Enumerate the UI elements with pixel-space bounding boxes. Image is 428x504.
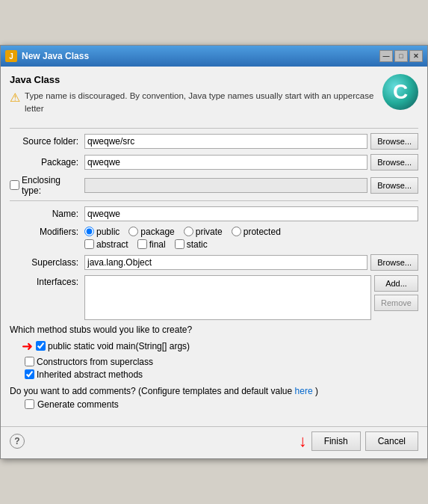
enclosing-type-label: Enclosing type: [22, 175, 78, 196]
top-left: Java Class ⚠ Type name is discouraged. B… [10, 74, 376, 121]
main-method-checkbox-label[interactable]: public static void main(String[] args) [36, 341, 190, 351]
help-button[interactable]: ? [10, 434, 25, 449]
interfaces-row: Interfaces: Add... Remove [10, 275, 418, 320]
comments-section: Do you want to add comments? (Configure … [10, 386, 418, 410]
method-stubs-question: Which method stubs would you like to cre… [10, 325, 418, 335]
source-folder-browse-button[interactable]: Browse... [370, 133, 418, 150]
private-label: private [196, 227, 223, 237]
separator-mid [10, 200, 418, 201]
finish-with-arrow: ↓ Finish Cancel [299, 431, 418, 451]
interfaces-label: Interfaces: [10, 275, 84, 287]
superclass-browse-button[interactable]: Browse... [370, 254, 418, 271]
interfaces-buttons: Add... Remove [374, 275, 418, 311]
enclosing-type-browse-button[interactable]: Browse... [370, 177, 418, 194]
generate-comments-row: Generate comments [25, 399, 418, 410]
enclosing-type-input[interactable] [84, 178, 367, 193]
close-button[interactable]: ✕ [409, 50, 423, 62]
private-radio[interactable] [184, 227, 193, 236]
inherited-methods-checkbox-label[interactable]: Inherited abstract methods [25, 369, 143, 380]
constructors-row: Constructors from superclass [25, 357, 418, 367]
main-method-label: public static void main(String[] args) [48, 341, 190, 351]
constructors-label: Constructors from superclass [37, 357, 153, 367]
static-checkbox[interactable] [175, 239, 184, 249]
final-checkbox[interactable] [137, 239, 147, 249]
dialog-body: Java Class ⚠ Type name is discouraged. B… [1, 67, 427, 422]
other-modifiers-group: abstract final static [84, 239, 281, 250]
public-radio[interactable] [84, 227, 94, 236]
remove-interface-button[interactable]: Remove [374, 295, 418, 311]
modifiers-label: Modifiers: [10, 227, 84, 237]
package-radio-label[interactable]: package [128, 227, 174, 237]
comments-after-link: ) [315, 386, 318, 396]
source-folder-label: Source folder: [10, 136, 84, 147]
name-row: Name: [10, 206, 418, 222]
method-stubs-section: Which method stubs would you like to cre… [10, 325, 418, 380]
public-radio-label[interactable]: public [84, 227, 120, 237]
package-label: Package: [10, 157, 84, 168]
finish-arrow-icon: ↓ [299, 431, 307, 451]
superclass-label: Superclass: [10, 257, 84, 268]
footer-buttons: Finish Cancel [311, 431, 418, 451]
section-header: Java Class [10, 74, 376, 85]
comments-question: Do you want to add comments? (Configure … [10, 386, 418, 396]
package-row: Package: Browse... [10, 154, 418, 170]
separator-top [10, 128, 418, 129]
dialog-title: New Java Class [22, 51, 379, 61]
superclass-row: Superclass: Browse... [10, 254, 418, 271]
minimize-button[interactable]: — [379, 50, 393, 62]
generate-comments-label[interactable]: Generate comments [37, 399, 119, 410]
main-method-arrow-icon: ➜ [22, 338, 33, 354]
enclosing-type-checkbox[interactable] [10, 180, 19, 190]
dialog-icon: J [5, 50, 17, 62]
form-area: Source folder: Browse... Package: Browse… [10, 133, 418, 320]
superclass-input[interactable] [84, 255, 367, 270]
final-label: final [149, 239, 166, 250]
comments-here-link[interactable]: here [295, 386, 313, 396]
name-input[interactable] [84, 206, 418, 221]
new-java-class-dialog: J New Java Class — □ ✕ Java Class ⚠ Type… [0, 45, 428, 458]
modifiers-row: Modifiers: public package pr [10, 227, 418, 250]
top-section: Java Class ⚠ Type name is discouraged. B… [10, 74, 418, 121]
protected-radio-label[interactable]: protected [232, 227, 281, 237]
add-interface-button[interactable]: Add... [374, 275, 418, 292]
eclipse-logo: C [382, 74, 418, 110]
abstract-checkbox-label[interactable]: abstract [84, 239, 128, 250]
constructors-checkbox[interactable] [25, 357, 34, 366]
static-checkbox-label[interactable]: static [175, 239, 208, 250]
titlebar-buttons: — □ ✕ [379, 50, 423, 62]
titlebar: J New Java Class — □ ✕ [1, 46, 427, 67]
finish-button[interactable]: Finish [311, 431, 361, 451]
inherited-methods-row: Inherited abstract methods [25, 369, 418, 380]
package-label: package [140, 227, 174, 237]
abstract-label: abstract [96, 239, 128, 250]
name-label: Name: [10, 209, 84, 219]
warning-box: ⚠ Type name is discouraged. By conventio… [10, 90, 376, 114]
dialog-footer: ? ↓ Finish Cancel [1, 426, 427, 458]
warning-icon: ⚠ [10, 90, 20, 105]
inherited-methods-label: Inherited abstract methods [37, 369, 143, 380]
package-radio[interactable] [128, 227, 138, 236]
main-method-checkbox[interactable] [36, 341, 46, 351]
enclosing-type-checkbox-label[interactable]: Enclosing type: [10, 175, 78, 196]
modifiers-content: public package private protected [84, 227, 281, 250]
static-label: static [187, 239, 208, 250]
interfaces-textarea[interactable] [84, 275, 371, 320]
package-input[interactable] [84, 155, 367, 170]
private-radio-label[interactable]: private [184, 227, 223, 237]
protected-radio[interactable] [232, 227, 241, 236]
main-method-row: ➜ public static void main(String[] args) [22, 338, 418, 354]
maximize-button[interactable]: □ [394, 50, 408, 62]
abstract-checkbox[interactable] [84, 239, 94, 249]
source-folder-input[interactable] [84, 134, 367, 149]
final-checkbox-label[interactable]: final [137, 239, 166, 250]
inherited-methods-checkbox[interactable] [25, 369, 34, 379]
package-browse-button[interactable]: Browse... [370, 154, 418, 170]
access-modifiers-group: public package private protected [84, 227, 281, 237]
protected-label: protected [244, 227, 281, 237]
source-folder-row: Source folder: Browse... [10, 133, 418, 150]
help-icon-symbol: ? [14, 436, 19, 446]
generate-comments-checkbox[interactable] [25, 399, 34, 409]
cancel-button[interactable]: Cancel [365, 431, 418, 451]
enclosing-type-row: Enclosing type: Browse... [10, 175, 418, 196]
constructors-checkbox-label[interactable]: Constructors from superclass [25, 357, 153, 367]
